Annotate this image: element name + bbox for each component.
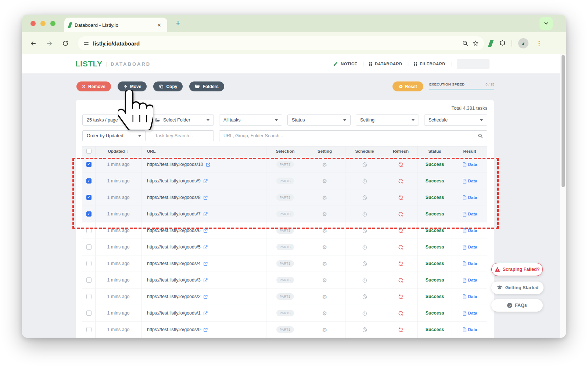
refresh-icon[interactable] — [398, 327, 404, 333]
refresh-icon[interactable] — [398, 294, 404, 299]
task-url[interactable]: https://test.listly.io/goods/2 — [147, 294, 201, 299]
column-header-updated[interactable]: Updated↓ — [95, 146, 141, 156]
getting-started-button[interactable]: Getting Started — [491, 282, 544, 294]
browser-menu-icon[interactable]: ⋮ — [534, 40, 544, 47]
faqs-button[interactable]: ? FAQs — [491, 299, 543, 312]
schedule-clock-icon[interactable] — [362, 228, 368, 233]
gear-icon[interactable]: ⚙ — [322, 311, 327, 316]
gear-icon[interactable]: ⚙ — [322, 228, 327, 233]
site-settings-icon[interactable] — [83, 40, 89, 47]
schedule-clock-icon[interactable] — [362, 261, 368, 266]
refresh-icon[interactable] — [398, 178, 404, 184]
zoom-window-button[interactable] — [50, 21, 55, 26]
external-link-icon[interactable] — [203, 212, 208, 217]
forward-button[interactable] — [41, 40, 57, 47]
gear-icon[interactable]: ⚙ — [322, 211, 327, 217]
data-link[interactable]: Data — [462, 311, 477, 316]
bookmark-star-icon[interactable] — [472, 40, 479, 47]
nav-notice[interactable]: NOTICE — [333, 61, 357, 67]
row-checkbox[interactable] — [86, 244, 92, 250]
order-by-select[interactable]: Order by Updated — [82, 130, 146, 141]
data-link[interactable]: Data — [462, 212, 477, 217]
data-link[interactable]: Data — [462, 294, 477, 299]
external-link-icon[interactable] — [203, 261, 208, 266]
refresh-icon[interactable] — [398, 195, 404, 200]
gear-icon[interactable]: ⚙ — [322, 244, 327, 250]
gear-icon[interactable]: ⚙ — [322, 178, 327, 184]
task-url[interactable]: https://test.listly.io/goods/7 — [147, 211, 201, 217]
scraping-failed-button[interactable]: Scraping Failed? — [491, 263, 543, 276]
schedule-clock-icon[interactable] — [362, 244, 368, 250]
column-header-result[interactable]: Result — [452, 146, 487, 156]
task-url[interactable]: https://test.listly.io/goods/5 — [147, 244, 201, 250]
gear-icon[interactable]: ⚙ — [322, 294, 327, 299]
gear-icon[interactable]: ⚙ — [322, 261, 327, 266]
row-checkbox[interactable] — [86, 228, 92, 233]
folders-button[interactable]: Folders — [189, 81, 224, 91]
url-search[interactable] — [219, 130, 487, 141]
folder-select[interactable]: Select Folder — [151, 115, 214, 126]
row-checkbox[interactable] — [86, 311, 92, 316]
schedule-clock-icon[interactable] — [362, 178, 368, 184]
row-checkbox[interactable]: ✓ — [86, 211, 92, 217]
zoom-out-icon[interactable] — [462, 40, 469, 47]
row-checkbox[interactable] — [86, 294, 92, 299]
select-all-checkbox[interactable] — [86, 149, 92, 154]
external-link-icon[interactable] — [203, 245, 208, 250]
data-link[interactable]: Data — [462, 162, 477, 167]
reset-button[interactable]: ♻ Reset — [392, 81, 423, 91]
refresh-icon[interactable] — [398, 261, 404, 266]
refresh-icon[interactable] — [398, 277, 404, 283]
schedule-clock-icon[interactable] — [362, 162, 368, 167]
task-url[interactable]: https://test.listly.io/goods/10 — [147, 162, 203, 167]
column-header-schedule[interactable]: Schedule — [345, 146, 384, 156]
schedule-clock-icon[interactable] — [362, 195, 368, 200]
remove-button[interactable]: ✕ Remove — [76, 81, 111, 91]
external-link-icon[interactable] — [203, 228, 208, 233]
task-url[interactable]: https://test.listly.io/goods/1 — [147, 311, 201, 316]
external-link-icon[interactable] — [203, 278, 208, 283]
refresh-icon[interactable] — [398, 311, 404, 316]
data-link[interactable]: Data — [462, 327, 477, 332]
data-link[interactable]: Data — [462, 278, 477, 283]
external-link-icon[interactable] — [203, 179, 208, 184]
close-window-button[interactable] — [31, 21, 36, 26]
browser-tab[interactable]: Databoard - Listly.io ✕ — [64, 18, 167, 32]
gear-icon[interactable]: ⚙ — [322, 162, 327, 167]
setting-select[interactable]: Setting — [356, 115, 419, 126]
column-header-setting[interactable]: Setting — [304, 146, 345, 156]
task-scope-select[interactable]: All tasks — [219, 115, 282, 126]
schedule-clock-icon[interactable] — [362, 294, 368, 299]
url-text[interactable]: listly.io/databoard — [93, 40, 458, 47]
gear-icon[interactable]: ⚙ — [322, 277, 327, 283]
task-url[interactable]: https://test.listly.io/goods/6 — [147, 228, 201, 233]
new-tab-button[interactable]: + — [176, 18, 180, 28]
nav-fileboard[interactable]: FILEBOARD — [414, 62, 445, 66]
row-checkbox[interactable] — [86, 327, 92, 332]
schedule-clock-icon[interactable] — [362, 211, 368, 217]
page-scrollbar[interactable] — [560, 54, 566, 338]
refresh-icon[interactable] — [398, 228, 404, 233]
gear-icon[interactable]: ⚙ — [322, 195, 327, 200]
back-button[interactable] — [25, 40, 41, 47]
task-key-search[interactable] — [151, 130, 214, 141]
copy-button[interactable]: Copy — [153, 81, 183, 91]
nav-databoard[interactable]: DATABOARD — [369, 62, 402, 66]
data-link[interactable]: Data — [462, 245, 477, 250]
row-checkbox[interactable] — [86, 261, 92, 266]
schedule-clock-icon[interactable] — [362, 327, 368, 333]
extensions-puzzle-icon[interactable] — [498, 40, 506, 47]
task-url[interactable]: https://test.listly.io/goods/4 — [147, 261, 201, 266]
column-header-selection[interactable]: Selection — [266, 146, 304, 156]
gear-icon[interactable]: ⚙ — [322, 327, 327, 333]
scrollbar-thumb[interactable] — [562, 55, 565, 187]
schedule-clock-icon[interactable] — [362, 277, 368, 283]
row-checkbox[interactable]: ✓ — [86, 162, 92, 167]
data-link[interactable]: Data — [462, 228, 477, 233]
data-link[interactable]: Data — [462, 195, 477, 200]
row-checkbox[interactable]: ✓ — [86, 178, 92, 184]
search-icon[interactable] — [478, 133, 483, 138]
row-checkbox[interactable]: ✓ — [86, 195, 92, 200]
external-link-icon[interactable] — [203, 294, 208, 299]
user-account-placeholder[interactable] — [457, 59, 490, 69]
